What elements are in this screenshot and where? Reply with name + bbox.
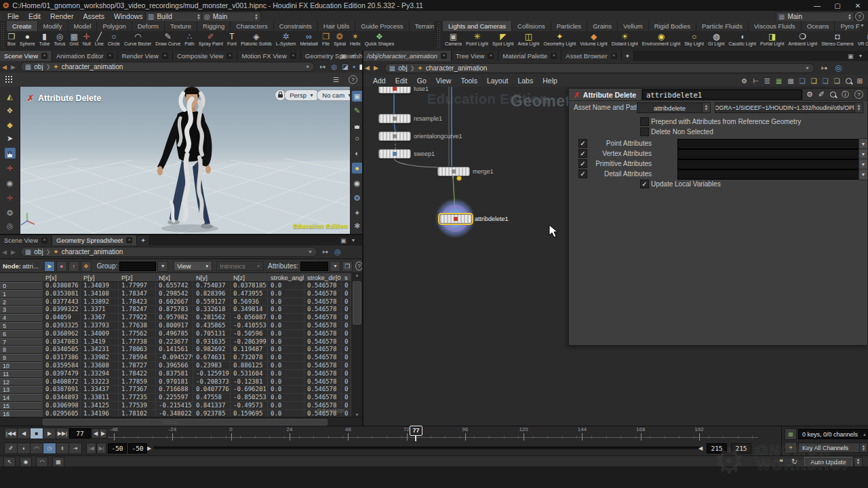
new-tab-button[interactable]: + xyxy=(137,235,150,245)
shelf-tab-hair-utils[interactable]: Hair Utils xyxy=(318,21,356,31)
shelf-tab-guide-process[interactable]: Guide Process xyxy=(355,21,409,31)
help-icon[interactable]: ? xyxy=(854,90,863,99)
netmenu-labs[interactable]: Labs xyxy=(513,77,538,85)
asset-name-combo[interactable]: attribdelete xyxy=(637,102,703,113)
column-header-stroke-angle[interactable]: stroke_angle xyxy=(268,273,304,282)
node-fuse1[interactable] xyxy=(378,87,411,94)
back-icon[interactable]: ◀ xyxy=(2,249,7,256)
collapse-icon[interactable]: ▲ xyxy=(863,432,867,436)
pane-tab-render-view[interactable]: Render View× xyxy=(118,51,173,61)
netmenu-tools[interactable]: Tools xyxy=(456,77,482,85)
persp-view-selector[interactable]: Persp▼ xyxy=(284,89,319,101)
close-icon[interactable]: × xyxy=(488,53,494,59)
key-all-spinner[interactable]: ▲▼ xyxy=(859,443,868,453)
pane-splitter-vertical[interactable] xyxy=(362,51,363,426)
shelf-tool-sphere[interactable]: ●Sphere xyxy=(18,32,37,47)
forward-icon[interactable]: ▶ xyxy=(11,249,16,256)
path-root[interactable]: obj xyxy=(34,248,43,256)
shelf-tab-viscous-fluids[interactable]: Viscous Fluids xyxy=(749,21,802,31)
checkbox-delete-non-selected[interactable] xyxy=(640,127,649,136)
page-yellow-icon[interactable]: ❏ xyxy=(811,77,817,85)
netmenu-view[interactable]: View xyxy=(431,77,456,85)
color-grid-icon[interactable]: ▦ xyxy=(776,77,782,85)
brush-icon[interactable]: ✐ xyxy=(818,90,825,99)
table-row[interactable]: 20.03774431.338921.784230.6026670.559127… xyxy=(0,298,351,306)
spreadsheet-path-field[interactable]: ▦ obj ❯ ✦ character_animation ▼ xyxy=(20,247,317,257)
pane-splitter-horizontal[interactable] xyxy=(0,234,363,235)
shelf-tab-polygon[interactable]: Polygon xyxy=(97,21,132,31)
shelf-tab-collisions[interactable]: Collisions xyxy=(512,21,551,31)
checkbox-vertex-attributes[interactable]: ✓ xyxy=(578,149,587,158)
attr-input-vertex-attributes[interactable] xyxy=(677,149,859,159)
range-end-field[interactable]: 215 xyxy=(707,443,727,453)
help-icon[interactable]: ? xyxy=(855,12,864,21)
shelf-tool-curve-bezier[interactable]: ◠Curve Bezier xyxy=(122,32,153,47)
attr-input-point-attributes[interactable] xyxy=(677,139,859,149)
pane-tab-motion-fx-view[interactable]: Motion FX View× xyxy=(237,51,300,61)
shelf-tool-line[interactable]: ╱Line xyxy=(93,32,106,47)
go-start-button[interactable]: |◀◀ xyxy=(4,428,18,439)
spreadsheet-hscrollbar[interactable] xyxy=(0,417,363,426)
arc-icon[interactable]: ◠ xyxy=(30,443,43,454)
viewport-icon-translate-handle-icon[interactable]: ✛ xyxy=(0,163,20,174)
forward-icon[interactable]: ▶ xyxy=(374,64,378,71)
search-icon[interactable] xyxy=(846,78,852,84)
pin-icon[interactable]: ↦ xyxy=(821,64,827,73)
update-mode-spinner[interactable]: ▲▼ xyxy=(854,457,863,467)
shelf-tool-draw-curve[interactable]: ✎Draw Curve xyxy=(153,32,182,47)
copy-button[interactable]: ❐ xyxy=(342,261,353,272)
shelf-tab-modify[interactable]: Modify xyxy=(38,21,68,31)
forward-icon[interactable]: ▶ xyxy=(11,64,16,70)
menu-file[interactable]: File xyxy=(3,12,24,20)
tree-view-icon[interactable]: ⊢ xyxy=(753,77,759,85)
path-node[interactable]: character_animation xyxy=(62,248,123,256)
attributes-filter-button[interactable]: ▼ xyxy=(330,261,340,272)
go-end-button[interactable]: ▶▶| xyxy=(56,428,69,439)
pane-menu-icon[interactable]: ▼ xyxy=(351,54,356,58)
dopesheet-button[interactable]: ▦ xyxy=(785,428,797,440)
tick-marks-icon[interactable]: ‖ xyxy=(56,443,69,454)
gear-icon[interactable]: ⚙ xyxy=(806,90,813,99)
info-icon[interactable]: ⓘ xyxy=(842,89,849,100)
message-bubble-icon[interactable]: ❝ xyxy=(779,458,783,466)
shelf-tool-font[interactable]: TFont xyxy=(225,32,239,47)
list-icon[interactable]: ☰ xyxy=(764,77,770,85)
pin-icon[interactable]: ↦ xyxy=(323,248,328,256)
shelf-tool-file[interactable]: ❐File xyxy=(320,32,332,47)
close-icon[interactable]: × xyxy=(551,53,557,59)
close-icon[interactable]: × xyxy=(126,237,132,243)
attr-dropdown-detail-attributes[interactable]: ▼ xyxy=(859,169,868,180)
path-dropdown-icon[interactable]: ▼ xyxy=(305,64,310,69)
shelf-tab-terrain-fx[interactable]: Terrain FX xyxy=(410,21,434,31)
netmenu-layout[interactable]: Layout xyxy=(482,77,513,85)
select-mode-icon[interactable]: ↖ xyxy=(3,457,16,467)
viewport-icon-snapping-icon[interactable]: ❖ xyxy=(0,105,20,116)
minimize-button[interactable]: — xyxy=(807,2,827,9)
menu-render[interactable]: Render xyxy=(45,12,78,20)
asset-name-spinner[interactable]: ▲▼ xyxy=(702,102,711,113)
pane-tab-composite-view[interactable]: Composite View× xyxy=(173,51,237,61)
scene-viewport[interactable]: ✗ Attribute Delete Persp▼ No cam▼ Educat… xyxy=(0,87,363,234)
dotted-grid-icon[interactable]: ▩ xyxy=(787,77,793,85)
shelf-tool-stereo-camera[interactable]: ◘Stereo Camera xyxy=(819,32,855,47)
update-local-checkbox[interactable]: ✓ xyxy=(640,180,649,188)
hscroll-thumb[interactable] xyxy=(43,419,328,426)
shelf-tool-portal-light[interactable]: ◨Portal Light xyxy=(758,32,786,47)
shelf-tool-area-light[interactable]: ◫Area Light xyxy=(516,32,542,47)
shelf-tab-lights-and-cameras[interactable]: Lights and Cameras xyxy=(443,21,512,31)
menu-assets[interactable]: Assets xyxy=(78,12,109,20)
stop-button[interactable]: ■ xyxy=(30,428,43,439)
shelf-tool-null[interactable]: ✛Null xyxy=(81,32,93,47)
column-header-stroke-dir-0[interactable]: stroke_dir[0] xyxy=(304,273,342,282)
playhead-flag[interactable]: 77 xyxy=(410,426,422,436)
column-header-n-x[interactable]: N[x] xyxy=(156,273,193,282)
table-row[interactable]: 100.03595841.336081.787270.3965660.23983… xyxy=(0,362,351,370)
path-root[interactable]: obj xyxy=(34,63,43,70)
shelf-tool-distant-light[interactable]: ☀Distant Light xyxy=(610,32,640,47)
link-target-icon[interactable]: ◎ xyxy=(331,63,337,70)
netmenu-edit[interactable]: Edit xyxy=(391,77,412,85)
points-mode-button[interactable]: ● xyxy=(56,261,67,272)
path-dropdown-icon[interactable]: ▼ xyxy=(805,66,810,70)
group-filter-button[interactable]: ▼ xyxy=(157,261,168,272)
shelf-tool-point-light[interactable]: ✳Point Light xyxy=(464,32,490,47)
